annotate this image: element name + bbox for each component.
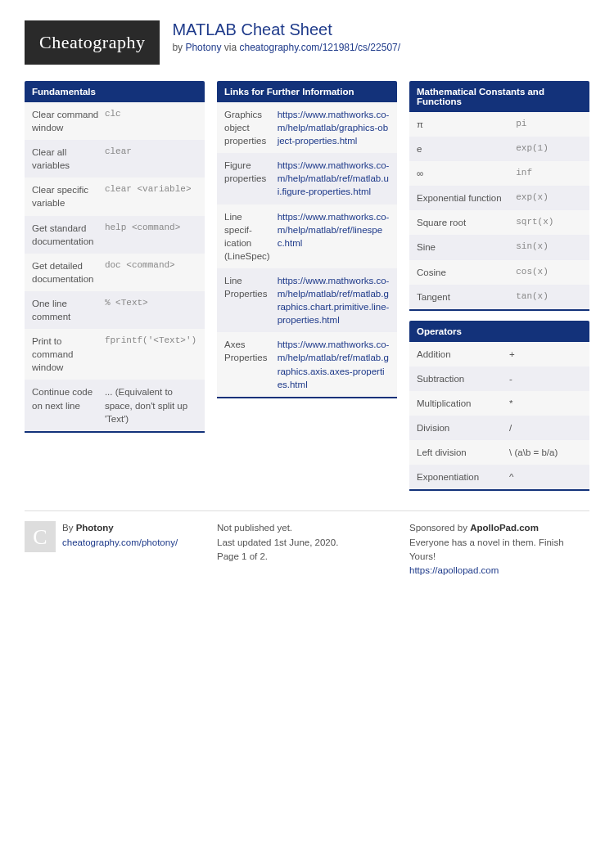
row-value: -: [509, 372, 582, 385]
table-row: Exponentiation^: [409, 465, 589, 489]
row-label: Division: [417, 421, 509, 434]
external-link[interactable]: https://www.mathworks.co­m/help/matlab/r…: [278, 340, 390, 389]
byline-prefix: by: [172, 42, 185, 53]
row-label: Sine: [417, 241, 516, 254]
external-link[interactable]: https://www.mathworks.co­m/help/matlab/r…: [278, 212, 390, 248]
row-value: https://www.mathworks.co­m/help/matlab/r…: [278, 338, 390, 390]
row-value: exp(1): [516, 142, 582, 155]
card-operators: Operators Addition+Subtraction-Multiplic…: [409, 321, 589, 492]
table-row: Get detailed documentationdoc <command>: [25, 254, 205, 291]
table-row: Continue code on next line... (Equivalen…: [25, 380, 205, 430]
row-label: Clear command window: [32, 108, 105, 134]
table-row: Addition+: [409, 342, 589, 367]
row-label: Graphics object properties: [224, 108, 278, 147]
table-row: Clear command windowclc: [25, 102, 205, 140]
row-value: /: [509, 421, 582, 434]
footer-sponsor: Sponsored by ApolloPad.com Everyone has …: [409, 521, 589, 578]
card-fundamentals: Fundamentals Clear command windowclcClea…: [25, 81, 205, 433]
footer-author-link[interactable]: cheatography.com/photony/: [62, 537, 178, 547]
source-link[interactable]: cheatography.com/121981/cs/22507/: [239, 42, 400, 53]
row-label: Get standard documentation: [32, 222, 105, 248]
site-logo: Cheatography: [25, 20, 160, 65]
row-value: https://www.mathworks.co­m/help/matlab/g…: [278, 108, 390, 147]
row-label: Line Properties: [224, 274, 278, 326]
card-body: πpieexp(1)∞infExponential functionexp(x)…: [409, 112, 589, 311]
row-label: Subtraction: [417, 372, 509, 385]
row-label: Left division: [417, 446, 509, 459]
row-label: Addition: [417, 348, 509, 361]
header: Cheatography MATLAB Cheat Sheet by Photo…: [25, 20, 589, 65]
page-title: MATLAB Cheat Sheet: [172, 20, 400, 39]
avatar: C: [25, 521, 56, 552]
pub-updated: Last updated 1st June, 2020.: [217, 537, 338, 547]
table-row: Cosinecos(x): [409, 260, 589, 285]
title-block: MATLAB Cheat Sheet by Photony via cheato…: [172, 20, 400, 53]
row-label: Print to command window: [32, 335, 105, 374]
sponsor-label: Sponsored by: [409, 523, 470, 533]
card-header: Mathematical Constants and Functions: [409, 81, 589, 112]
row-label: Cosine: [417, 266, 516, 279]
by-label: By: [62, 523, 76, 533]
author-link[interactable]: Photony: [185, 42, 221, 53]
card-body: Clear command windowclcClear all variabl…: [25, 102, 205, 433]
card-header: Fundamentals: [25, 81, 205, 102]
row-value: clc: [105, 108, 197, 134]
sponsor-text: Everyone has a novel in them. Finish You…: [409, 537, 564, 561]
row-label: Square root: [417, 216, 516, 229]
card-body: Addition+Subtraction-Multiplication*Divi…: [409, 342, 589, 492]
pub-page: Page 1 of 2.: [217, 551, 268, 561]
pub-status: Not published yet.: [217, 523, 292, 533]
card-header: Links for Further Information: [217, 81, 397, 102]
footer-author-name: Photony: [76, 523, 114, 533]
row-value: clear: [105, 146, 197, 172]
row-value: clear <variable>: [105, 183, 197, 209]
row-value: *: [509, 397, 582, 410]
row-value: doc <command>: [105, 259, 197, 286]
row-label: Figure properties: [224, 159, 278, 198]
external-link[interactable]: https://www.mathworks.co­m/help/matlab/r…: [278, 276, 390, 325]
column-1: Fundamentals Clear command windowclcClea…: [25, 81, 205, 443]
table-row: Graphics object propertieshttps://www.ma…: [217, 102, 397, 153]
row-value: https://www.mathworks.co­m/help/matlab/r…: [278, 159, 390, 198]
row-value: % <Text>: [105, 297, 197, 323]
row-value: exp(x): [516, 191, 582, 205]
column-2: Links for Further Information Graphics o…: [217, 81, 397, 408]
row-label: Multiplication: [417, 397, 509, 410]
table-row: Get standard documentationhelp <command>: [25, 216, 205, 254]
table-row: Left division\ (a\b = b/a): [409, 440, 589, 465]
row-label: Line specif­ication (LineSpec): [224, 210, 278, 263]
table-row: One line comment% <Text>: [25, 291, 205, 329]
table-row: Axes Propertieshttps://www.mathworks.co­…: [217, 332, 397, 396]
row-label: ∞: [417, 167, 516, 180]
footer-author: C By Photony cheatography.com/photony/: [25, 521, 205, 578]
table-row: ∞inf: [409, 161, 589, 186]
row-value: ^: [509, 470, 582, 483]
table-row: Subtraction-: [409, 367, 589, 391]
row-label: Exponential function: [417, 191, 516, 205]
row-label: Axes Properties: [224, 338, 278, 390]
external-link[interactable]: https://www.mathworks.co­m/help/matlab/r…: [278, 160, 390, 196]
table-row: Division/: [409, 416, 589, 440]
table-row: Line specif­ication (LineSpec)https://ww…: [217, 205, 397, 268]
table-row: πpi: [409, 112, 589, 137]
row-label: Clear specific variable: [32, 183, 105, 209]
row-label: Get detailed documentation: [32, 259, 105, 286]
row-value: cos(x): [516, 266, 582, 279]
row-value: https://www.mathworks.co­m/help/matlab/r…: [278, 274, 390, 326]
row-value: fprintf('<Text>'): [105, 335, 197, 374]
external-link[interactable]: https://www.mathworks.co­m/help/matlab/g…: [278, 110, 390, 146]
row-value: https://www.mathworks.co­m/help/matlab/r…: [278, 210, 390, 263]
table-row: Clear all variablesclear: [25, 140, 205, 178]
row-value: \ (a\b = b/a): [509, 446, 582, 459]
sponsor-name: ApolloPad.com: [470, 523, 539, 533]
footer: C By Photony cheatography.com/photony/ N…: [25, 510, 589, 578]
sponsor-link[interactable]: https://apollopad.com: [409, 565, 499, 575]
column-3: Mathematical Constants and Functions πpi…: [409, 81, 589, 501]
row-value: inf: [516, 167, 582, 180]
table-row: Line Propertieshttps://www.mathworks.co­…: [217, 268, 397, 332]
row-label: Continue code on next line: [32, 385, 105, 425]
byline: by Photony via cheatography.com/121981/c…: [172, 42, 400, 53]
row-value: ... (Equivalent to space, don't split up…: [105, 385, 197, 425]
table-row: Exponential functionexp(x): [409, 186, 589, 210]
card-links: Links for Further Information Graphics o…: [217, 81, 397, 398]
